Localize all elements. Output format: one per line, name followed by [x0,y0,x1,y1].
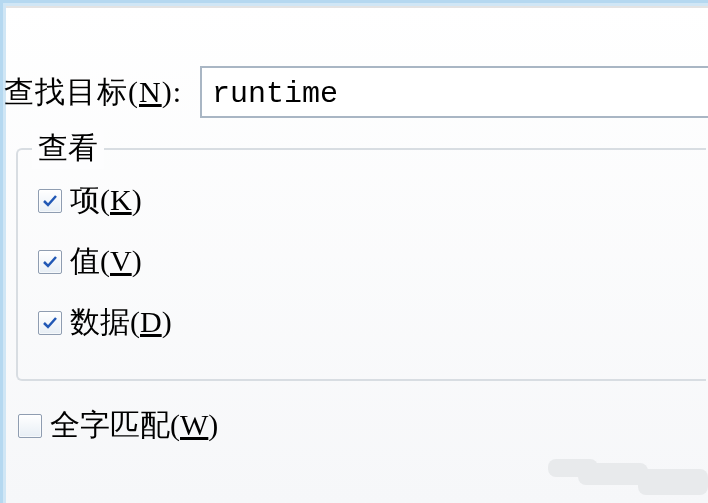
check-icon [42,254,58,270]
checkbox-values[interactable] [38,250,62,274]
checkbox-values-label: 值(V) [70,241,142,282]
artifact-smudge [538,447,708,495]
view-fieldset: 查看 项(K) 值(V) [16,148,706,381]
check-row-values: 值(V) [38,241,686,282]
whole-word-text: 全字匹配 [50,408,170,441]
whole-word-mnemonic: W [180,408,208,441]
whole-word-row: 全字匹配(W) [18,405,708,446]
window-frame: 查找目标(N): 查看 项(K) 值(V [0,0,708,503]
check-icon [42,193,58,209]
check-row-keys: 项(K) [38,180,686,221]
check-text: 数据 [70,305,130,338]
check-mnemonic: D [140,305,162,338]
check-text: 值 [70,244,100,277]
checkbox-whole-word-label: 全字匹配(W) [50,405,218,446]
search-input[interactable] [200,66,708,118]
dialog-client: 查找目标(N): 查看 项(K) 值(V [3,3,708,503]
search-label: 查找目标(N): [4,72,182,113]
search-label-suffix: : [173,75,182,108]
search-label-text: 查找目标 [4,75,128,108]
check-text: 项 [70,183,100,216]
checkbox-data[interactable] [38,311,62,335]
search-input-wrap [200,66,708,118]
divider [6,6,708,8]
search-label-mnemonic: N [139,75,162,108]
checkbox-data-label: 数据(D) [70,302,172,343]
checkbox-whole-word[interactable] [18,414,42,438]
check-row-data: 数据(D) [38,302,686,343]
check-mnemonic: K [110,183,132,216]
check-mnemonic: V [110,244,132,277]
check-icon [42,315,58,331]
checkbox-keys[interactable] [38,189,62,213]
checkbox-keys-label: 项(K) [70,180,142,221]
search-row: 查找目标(N): [4,66,708,118]
view-legend: 查看 [32,128,104,169]
